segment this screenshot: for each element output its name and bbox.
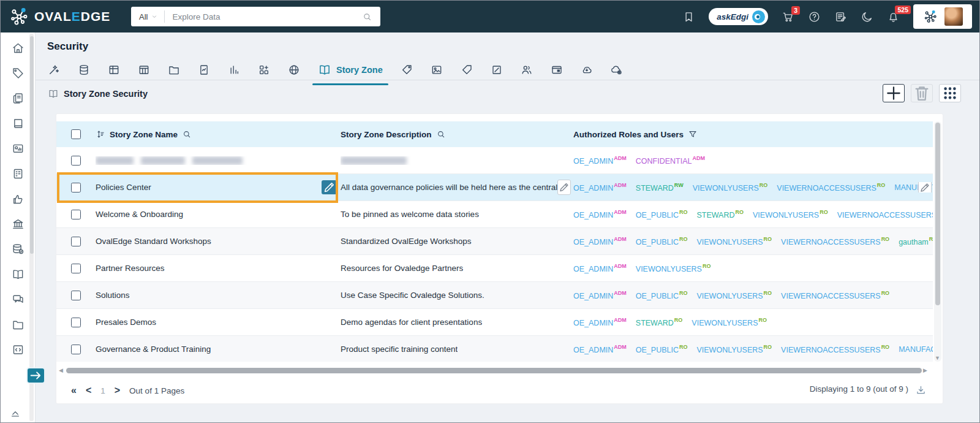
horizontal-scrollbar-thumb[interactable]	[66, 368, 922, 373]
edit-name-button[interactable]	[322, 180, 337, 194]
tab-dashboards-icon[interactable]	[551, 64, 563, 76]
row-checkbox[interactable]	[71, 156, 81, 166]
role-chip[interactable]: OE_PUBLICRO	[636, 344, 688, 354]
profile-widget[interactable]	[913, 4, 972, 29]
roles-header-cell[interactable]: Authorized Roles and Users	[573, 129, 933, 139]
tab-glossary-tags-icon[interactable]	[401, 64, 413, 76]
role-chip[interactable]: VIEWONLYUSERSRO	[753, 209, 828, 219]
bookmark-icon[interactable]	[682, 10, 695, 23]
sidebar-item-governance[interactable]	[12, 218, 24, 231]
row-checkbox[interactable]	[71, 318, 81, 327]
sidebar-collapse-icon[interactable]	[9, 406, 21, 419]
role-chip[interactable]: OE_ADMINADM	[573, 263, 627, 273]
sidebar-item-data-catalog[interactable]	[12, 92, 24, 105]
scroll-down-arrow-icon[interactable]: ▼	[935, 356, 940, 361]
tab-term-tags-icon[interactable]	[461, 64, 473, 76]
role-chip[interactable]: VIEWERNOACCESSUSERSRO	[837, 209, 933, 219]
sidebar-item-apis[interactable]	[12, 343, 24, 356]
row-checkbox[interactable]	[71, 264, 81, 273]
search-icon[interactable]	[362, 12, 372, 22]
role-chip[interactable]: VIEWERNOACCESSUSERSRO	[777, 182, 885, 192]
table-row[interactable]: Presales DemosDemo agendas for client pr…	[56, 309, 933, 336]
sidebar-item-data-stores[interactable]	[12, 243, 24, 256]
tab-crawler-icon[interactable]	[48, 64, 60, 76]
role-chip[interactable]: OE_PUBLICRO	[636, 290, 688, 300]
role-chip[interactable]: VIEWONLYUSERSRO	[693, 182, 768, 192]
tab-data-models-icon[interactable]	[258, 64, 270, 76]
role-chip[interactable]: MANUFACTU...	[899, 345, 933, 354]
ovaledge-logo[interactable]: OVALEDGE	[8, 6, 110, 28]
first-page-button[interactable]: «	[71, 386, 77, 395]
row-checkbox[interactable]	[71, 237, 81, 246]
scroll-right-arrow-icon[interactable]: ▶	[923, 368, 929, 373]
role-chip[interactable]: OE_PUBLICRO	[636, 209, 688, 219]
name-header-cell[interactable]: Story Zone Name	[96, 129, 341, 139]
row-checkbox[interactable]	[71, 210, 81, 219]
role-chip[interactable]: VIEWERNOACCESSUSERSRO	[781, 290, 889, 300]
askedgi-button[interactable]: askEdgi	[709, 8, 768, 25]
role-chip[interactable]: VIEWERNOACCESSUSERSRO	[781, 236, 889, 246]
edit-roles-button[interactable]	[918, 182, 932, 192]
sidebar-scrollbar-thumb[interactable]	[30, 36, 34, 254]
delete-button[interactable]	[911, 84, 933, 102]
role-chip[interactable]: OE_ADMINADM	[573, 182, 627, 192]
table-row[interactable]: Governance & Product TrainingProduct spe…	[56, 336, 933, 362]
role-chip[interactable]: OE_ADMINADM	[573, 317, 627, 327]
table-horizontal-scrollbar[interactable]: ◀ ▶	[59, 367, 929, 374]
search-scope-dropdown[interactable]: All	[131, 12, 164, 21]
dark-mode-icon[interactable]	[861, 10, 873, 23]
sidebar-item-tags[interactable]	[12, 67, 24, 80]
tab-file-reports-icon[interactable]	[198, 64, 210, 76]
previous-page-button[interactable]: <	[86, 386, 91, 395]
role-chip[interactable]: OE_PUBLICRO	[636, 236, 688, 246]
tab-cloud-settings-icon[interactable]	[611, 64, 623, 76]
feedback-icon[interactable]	[834, 10, 847, 23]
sort-icon[interactable]	[96, 129, 105, 139]
next-page-button[interactable]: >	[115, 386, 120, 395]
row-checkbox[interactable]	[71, 345, 81, 354]
tab-files-icon[interactable]	[168, 64, 180, 76]
tab-tables-icon[interactable]	[108, 64, 120, 76]
column-search-icon[interactable]	[182, 129, 192, 139]
help-icon[interactable]	[808, 10, 821, 23]
vertical-scrollbar-thumb[interactable]	[935, 123, 940, 305]
role-chip[interactable]: VIEWONLYUSERSRO	[692, 317, 767, 327]
sidebar-scrollbar[interactable]	[29, 34, 34, 421]
avatar[interactable]	[944, 7, 963, 26]
sidebar-item-home[interactable]	[12, 42, 24, 55]
tab-databases-icon[interactable]	[78, 64, 90, 76]
cart-button[interactable]: 3	[782, 10, 794, 23]
table-row[interactable]: Welcome & OnboardingTo be pinned as welc…	[56, 201, 933, 228]
sidebar-item-projects[interactable]	[12, 318, 24, 331]
sidebar-item-business-glossary[interactable]	[12, 117, 24, 130]
role-chip[interactable]: VIEWONLYUSERSRO	[636, 263, 711, 273]
notifications-button[interactable]: 525	[887, 10, 900, 23]
tab-table-columns-icon[interactable]	[138, 64, 150, 76]
table-row[interactable]: Policies CenterAll data governance polic…	[56, 174, 933, 201]
sidebar-expand-button[interactable]	[28, 368, 44, 383]
role-chip[interactable]: STEWARDRO	[636, 317, 683, 327]
role-chip[interactable]: OE_ADMINADM	[573, 155, 627, 166]
role-chip[interactable]: CONFIDENTIALADM	[636, 155, 705, 166]
role-chip[interactable]: OE_ADMINADM	[573, 290, 627, 300]
sidebar-item-governance-apps[interactable]	[12, 167, 24, 180]
column-search-icon[interactable]	[436, 129, 446, 139]
table-row[interactable]: OE_ADMINADMCONFIDENTIALADM	[56, 147, 933, 174]
table-vertical-scrollbar[interactable]: ▼	[934, 121, 941, 362]
edit-description-button[interactable]	[557, 180, 571, 195]
current-page-number[interactable]: 1	[100, 386, 105, 395]
table-row[interactable]: OvalEdge Standard WorkshopsStandardized …	[56, 228, 933, 255]
role-chip[interactable]: STEWARDRO	[696, 209, 744, 219]
sidebar-item-collaboration[interactable]	[12, 293, 24, 306]
tab-charts-icon[interactable]	[228, 64, 240, 76]
role-chip[interactable]: STEWARDRW	[636, 182, 684, 192]
role-chip[interactable]: VIEWONLYUSERSRO	[696, 290, 772, 300]
role-chip[interactable]: gauthamRO	[899, 236, 933, 246]
row-checkbox[interactable]	[71, 183, 81, 192]
description-header-cell[interactable]: Story Zone Description	[341, 129, 573, 139]
role-chip[interactable]: OE_ADMINADM	[573, 236, 627, 246]
role-chip[interactable]: OE_ADMINADM	[573, 209, 627, 219]
sidebar-item-knowledge-base[interactable]	[12, 268, 24, 281]
download-button[interactable]	[915, 384, 927, 396]
table-row[interactable]: SolutionsUse Case Specific Ovaledge Solu…	[56, 282, 933, 309]
